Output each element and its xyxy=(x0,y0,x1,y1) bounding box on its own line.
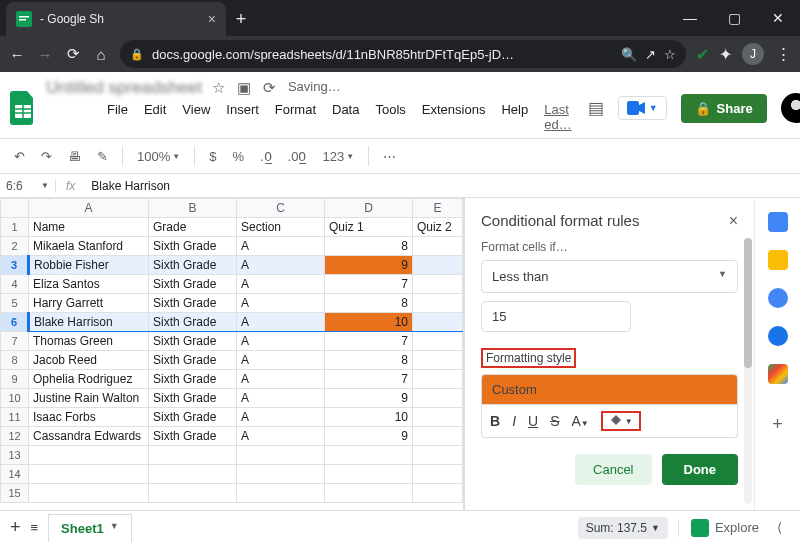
cloud-sync-icon[interactable]: ⟳ xyxy=(263,79,276,97)
menu-bar: File Edit View Insert Format Data Tools … xyxy=(46,98,578,138)
fill-color-icon[interactable]: ▼ xyxy=(601,411,641,431)
sum-chip[interactable]: Sum: 137.5▼ xyxy=(578,517,668,539)
name-box[interactable]: 6:6▼ xyxy=(0,179,55,193)
url-text: docs.google.com/spreadsheets/d/11nBNR85h… xyxy=(152,47,514,62)
bold-icon[interactable]: B xyxy=(490,413,500,429)
extensions-icon[interactable]: ✦ xyxy=(719,45,732,64)
menu-data[interactable]: Data xyxy=(326,100,365,134)
meet-button[interactable]: ▼ xyxy=(618,96,667,120)
menu-format[interactable]: Format xyxy=(269,100,322,134)
share-button[interactable]: 🔒 Share xyxy=(681,94,767,123)
condition-value-input[interactable]: 15 xyxy=(481,301,631,332)
menu-tools[interactable]: Tools xyxy=(369,100,411,134)
account-avatar[interactable] xyxy=(781,93,800,123)
tasks-app-icon[interactable] xyxy=(768,288,788,308)
collapse-rail-icon[interactable]: ⟨ xyxy=(769,520,790,535)
table-row[interactable]: 14 xyxy=(1,465,463,484)
calendar-app-icon[interactable] xyxy=(768,212,788,232)
close-panel-icon[interactable]: × xyxy=(729,212,738,230)
maps-app-icon[interactable] xyxy=(768,364,788,384)
panel-title: Conditional format rules xyxy=(481,212,639,230)
formula-input[interactable]: Blake Harrison xyxy=(85,179,176,193)
close-window-icon[interactable]: ✕ xyxy=(756,0,800,36)
underline-icon[interactable]: U xyxy=(528,413,538,429)
menu-extensions[interactable]: Extensions xyxy=(416,100,492,134)
cancel-button[interactable]: Cancel xyxy=(575,454,651,485)
table-row[interactable]: 13 xyxy=(1,446,463,465)
browser-titlebar: - Google Sh × + — ▢ ✕ xyxy=(0,0,800,36)
forward-icon[interactable]: → xyxy=(36,46,54,63)
bookmark-icon[interactable]: ☆ xyxy=(664,47,676,62)
table-row[interactable]: 7Thomas GreenSixth GradeA7 xyxy=(1,332,463,351)
table-row[interactable]: 8Jacob ReedSixth GradeA8 xyxy=(1,351,463,370)
text-color-icon[interactable]: A▼ xyxy=(571,413,588,429)
sheets-favicon xyxy=(16,11,32,27)
table-row[interactable]: 12Cassandra EdwardsSixth GradeA9 xyxy=(1,427,463,446)
menu-view[interactable]: View xyxy=(176,100,216,134)
window-controls: — ▢ ✕ xyxy=(668,0,800,36)
move-icon[interactable]: ▣ xyxy=(237,79,251,97)
table-row[interactable]: 3Robbie FisherSixth GradeA9 xyxy=(1,256,463,275)
keep-app-icon[interactable] xyxy=(768,250,788,270)
star-icon[interactable]: ☆ xyxy=(212,79,225,97)
done-button[interactable]: Done xyxy=(662,454,739,485)
explore-button[interactable]: Explore xyxy=(678,519,759,537)
currency-icon[interactable]: $ xyxy=(203,145,222,168)
table-row[interactable]: 11Isaac ForbsSixth GradeA10 xyxy=(1,408,463,427)
number-format-select[interactable]: 123▼ xyxy=(316,145,360,168)
table-row[interactable]: 2Mikaela StanfordSixth GradeA8 xyxy=(1,237,463,256)
minimize-icon[interactable]: — xyxy=(668,0,712,36)
zoom-select[interactable]: 100%▼ xyxy=(131,145,186,168)
doc-title[interactable]: Untitled spreadsheet xyxy=(46,78,202,98)
search-in-page-icon[interactable]: 🔍 xyxy=(621,47,637,62)
contacts-app-icon[interactable] xyxy=(768,326,788,346)
add-app-icon[interactable]: + xyxy=(768,414,788,434)
menu-help[interactable]: Help xyxy=(495,100,534,134)
comments-icon[interactable]: ▤ xyxy=(588,98,604,119)
spreadsheet-grid[interactable]: ABCDE1NameGradeSectionQuiz 1Quiz 22Mikae… xyxy=(0,198,464,510)
explore-icon xyxy=(691,519,709,537)
back-icon[interactable]: ← xyxy=(8,46,26,63)
sheets-logo-icon[interactable] xyxy=(10,89,36,127)
browser-toolbar: ← → ⟳ ⌂ 🔒 docs.google.com/spreadsheets/d… xyxy=(0,36,800,72)
table-row[interactable]: 10Justine Rain WaltonSixth GradeA9 xyxy=(1,389,463,408)
home-icon[interactable]: ⌂ xyxy=(92,46,110,63)
strike-icon[interactable]: S xyxy=(550,413,559,429)
maximize-icon[interactable]: ▢ xyxy=(712,0,756,36)
dec-increase-icon[interactable]: .00̲ xyxy=(282,145,313,168)
all-sheets-icon[interactable]: ≡ xyxy=(31,520,39,535)
add-rule-button[interactable]: + Add another rule xyxy=(481,507,738,510)
more-tools-icon[interactable]: ⋯ xyxy=(377,145,402,168)
profile-avatar[interactable]: J xyxy=(742,43,764,65)
italic-icon[interactable]: I xyxy=(512,413,516,429)
reload-icon[interactable]: ⟳ xyxy=(64,45,82,63)
table-row[interactable]: 9Ophelia RodriguezSixth GradeA7 xyxy=(1,370,463,389)
panel-scrollbar[interactable] xyxy=(744,238,752,504)
browser-tab[interactable]: - Google Sh × xyxy=(6,2,226,36)
tab-close-icon[interactable]: × xyxy=(208,11,216,27)
menu-insert[interactable]: Insert xyxy=(220,100,265,134)
share-page-icon[interactable]: ↗ xyxy=(645,47,656,62)
table-row[interactable]: 4Eliza SantosSixth GradeA7 xyxy=(1,275,463,294)
percent-icon[interactable]: % xyxy=(226,145,250,168)
kebab-menu-icon[interactable]: ⋮ xyxy=(774,45,792,63)
last-edit-link[interactable]: Last ed… xyxy=(538,100,577,134)
paint-format-icon[interactable]: ✎ xyxy=(91,145,114,168)
print-icon[interactable]: 🖶 xyxy=(62,145,87,168)
table-row[interactable]: 15 xyxy=(1,484,463,503)
table-row[interactable]: 6Blake HarrisonSixth GradeA10 xyxy=(1,313,463,332)
undo-icon[interactable]: ↶ xyxy=(8,145,31,168)
condition-select[interactable]: Less than▼ xyxy=(481,260,738,293)
redo-icon[interactable]: ↷ xyxy=(35,145,58,168)
dec-decrease-icon[interactable]: .0̲ xyxy=(254,145,278,168)
table-row[interactable]: 5Harry GarrettSixth GradeA8 xyxy=(1,294,463,313)
add-sheet-icon[interactable]: + xyxy=(10,517,21,538)
style-preview[interactable]: Custom xyxy=(481,374,738,405)
omnibox[interactable]: 🔒 docs.google.com/spreadsheets/d/11nBNR8… xyxy=(120,40,686,68)
menu-edit[interactable]: Edit xyxy=(138,100,172,134)
menu-file[interactable]: File xyxy=(101,100,134,134)
new-tab-button[interactable]: + xyxy=(226,2,256,36)
sheet-tab-1[interactable]: Sheet1▼ xyxy=(48,514,132,542)
table-row[interactable]: 1NameGradeSectionQuiz 1Quiz 2 xyxy=(1,218,463,237)
shield-icon[interactable]: ✔ xyxy=(696,45,709,64)
